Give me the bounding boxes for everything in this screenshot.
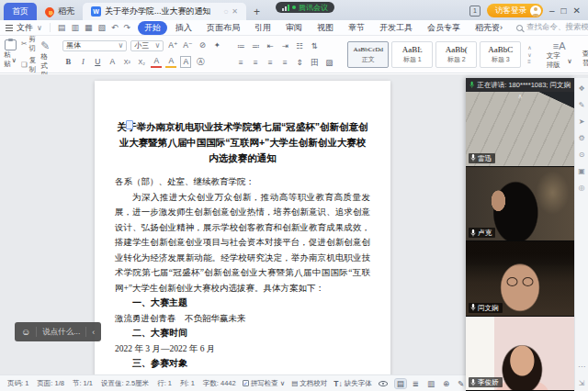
undo-icon[interactable]: ↶ [111,23,119,32]
menu-tab[interactable]: 稻壳资› [469,21,509,35]
shrink-font-icon[interactable]: A⁻ [182,40,193,50]
numbering-icon[interactable]: ≕ [250,41,261,51]
command-search[interactable]: 查找命令、搜索模板 [516,22,588,33]
restore-button[interactable]: □ [561,6,567,16]
decrease-indent-icon[interactable]: ⇤ [265,41,276,51]
new-tab-button[interactable]: + [254,6,260,18]
menu-tab[interactable]: 引用 [248,21,277,35]
align-right-icon[interactable]: ≡ [265,58,276,68]
document-page[interactable]: ∨ 关于举办南京机电职业技术学院第七届“冠盛杯”创新创意创业大赛暨第八届中国国际… [95,81,390,374]
bold-button[interactable]: B [62,57,74,67]
font-size-select[interactable]: 小三∨ [130,40,164,51]
spell-check-button[interactable]: ✓ 拼写检查 ∨ [243,379,286,388]
page-view-icon[interactable]: ▤ [395,379,406,388]
image-tool-icon[interactable]: ▣ [578,167,585,175]
char-shading-icon[interactable]: A [180,56,191,68]
layout-options-icon[interactable]: ☷ [294,41,305,51]
tab-document[interactable]: W 关于举办学院...业大赛的通知 ◌ ✕ [83,3,246,20]
grow-font-icon[interactable]: A⁺ [167,40,178,50]
outline-view-icon[interactable]: ≣ [411,379,421,388]
tab-docer[interactable]: 稻壳 [37,3,83,20]
pen-annotate-icon[interactable]: ✎ [579,101,585,109]
print-preview-icon[interactable]: ▧ [97,23,106,32]
sort-icon[interactable]: ⇅ [309,41,320,51]
close-button[interactable]: ✕ [573,6,581,16]
style-card[interactable]: AaBb( 标题 2 [435,41,477,68]
borders-icon[interactable]: 田 [309,58,320,68]
minimize-button[interactable]: – [549,6,555,16]
align-left-icon[interactable]: ≡ [235,58,246,68]
justify-icon[interactable]: ≡ [279,58,290,68]
para-shading-icon[interactable]: ▨ [323,58,334,68]
menu-tab[interactable]: 开发工具 [373,21,419,35]
video-tile[interactable]: ∧ 卢克 [466,167,574,242]
menu-tab[interactable]: 章节 [342,21,371,35]
enclose-char-icon[interactable]: Ⓐ [195,57,206,67]
select-tool-icon[interactable]: ➤ [579,117,585,126]
font-color-icon[interactable]: A [151,56,162,68]
underline-button[interactable]: U [92,57,103,67]
cut-button[interactable]: ✂剪切 [21,35,36,53]
char-border-icon[interactable]: A [107,57,118,67]
missing-font-button[interactable]: T↓ 缺失字体 [334,379,371,388]
paste-button[interactable]: 粘贴∨ [4,38,17,71]
clear-format-icon[interactable]: ⊘ [197,40,208,50]
video-tile[interactable]: ∧ 闫文娴 [466,241,574,317]
style-card[interactable]: AaBĿ 标题 1 [391,41,433,68]
web-view-icon[interactable]: ⊕ [441,379,451,388]
menu-tab[interactable]: 会员专享 [421,21,467,35]
style-card[interactable]: AaBbCcDd 正文 [347,41,389,68]
history-icon[interactable]: ⊙ [579,151,585,159]
print-icon[interactable]: ▦ [85,23,93,32]
menu-tab[interactable]: 审阅 [279,21,309,35]
increase-indent-icon[interactable]: ⇥ [279,41,290,51]
doc-proof-button[interactable]: ▤ 文档校对 [291,379,327,388]
style-gallery-scroll[interactable]: ∧∨≡ [527,38,531,71]
location-icon[interactable]: ◎ [579,184,585,192]
highlight-icon[interactable]: A [165,56,176,68]
save-icon[interactable]: ▤ [58,23,66,32]
text-layout-button[interactable]: ≡A 文字排版∨ [545,38,574,71]
glasses-shape [507,277,534,286]
fullscreen-icon[interactable]: ⇲ [579,379,585,387]
emoji-icon[interactable]: ☺ [21,328,30,337]
menu-tab[interactable]: 开始 [138,21,167,35]
align-center-icon[interactable]: ≡ [250,58,261,68]
style-card[interactable]: AaBbC 标题 3 [480,41,521,68]
format-painter-button[interactable]: ✎ 格式刷 [40,38,50,71]
tab-close-icon[interactable]: ✕ [232,7,238,16]
ink-mode-icon[interactable]: ✎ [456,379,466,388]
find-replace-button[interactable]: 查找替换∨ [581,38,588,71]
window-switch-button[interactable]: 1 [469,6,481,17]
more-tools-icon[interactable]: ⋯ [578,363,585,371]
meeting-indicator-pill[interactable]: 腾讯会议 [276,2,334,13]
text-effects-icon[interactable]: ✦ [211,40,222,50]
read-mode-icon[interactable]: ▥ [425,379,436,388]
meeting-chat-widget[interactable]: ☺ 说点什么... ‹ [15,322,101,341]
eye-protect-icon[interactable] [379,381,388,386]
copy-button[interactable]: ❏复制 [21,56,36,74]
italic-button[interactable]: I [77,57,88,67]
video-tile[interactable]: ∧ 雷迅 [466,92,574,167]
login-button[interactable]: 访客登录 [487,4,543,17]
superscript-icon[interactable]: X² [121,57,132,67]
chat-placeholder[interactable]: 说点什么... [42,327,80,338]
tab-home[interactable]: 首页 [4,3,37,20]
font-name-select[interactable]: 黑体∨ [62,40,127,51]
video-tile[interactable]: ∧ 李俊娇 [466,317,574,391]
line-spacing-icon[interactable]: ⇕ [294,58,305,68]
redo-icon[interactable]: ↷ [123,23,130,32]
menu-tab[interactable]: 插入 [169,21,198,35]
bullets-icon[interactable]: ≔ [235,41,246,51]
collapse-chat-icon[interactable]: ‹ [92,328,95,337]
file-menu[interactable]: 文件 ∨ [6,22,42,34]
export-icon[interactable]: ▥ [71,23,79,32]
paragraph-handle-icon[interactable]: ∨ [126,120,139,129]
menu-tab[interactable]: 视图 [311,21,340,35]
menu-tab[interactable]: 页面布局 [200,21,246,35]
collapse-panel-icon[interactable]: ∧ [517,93,522,100]
settings-icon[interactable]: ⚙ [578,134,584,142]
tab-pin-icon[interactable]: ◌ [224,7,229,16]
subscript-icon[interactable]: X₂ [136,57,147,67]
docer-tools-icon[interactable]: ❖ [578,84,584,93]
